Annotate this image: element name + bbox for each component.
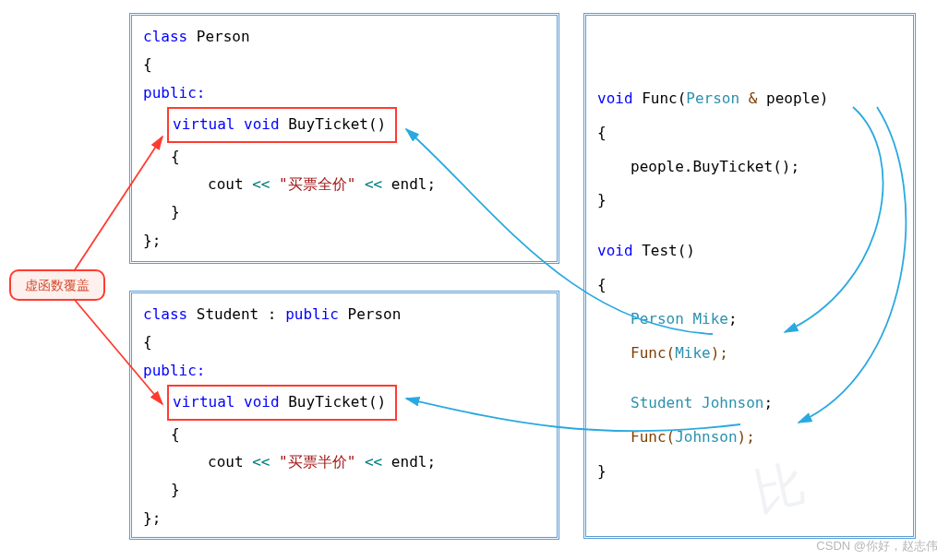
param-name: people) — [757, 89, 828, 107]
keyword-class: class — [143, 305, 187, 323]
code-line: } — [143, 198, 546, 226]
code-box-func-test: void Func(Person & people) { people.BuyT… — [583, 13, 916, 539]
label-virtual-override: 虚函数覆盖 — [9, 269, 105, 301]
cout: cout — [208, 175, 252, 193]
keyword-class: class — [143, 28, 187, 45]
keyword-void: void — [597, 242, 633, 259]
code-line: { — [143, 51, 546, 78]
code-line: void Test() — [597, 234, 902, 268]
call-arg: Mike — [675, 344, 711, 362]
method-name: BuyTicket() — [280, 115, 387, 133]
code-line: } — [143, 476, 546, 504]
semicolon: ; — [728, 310, 738, 328]
string-literal: "买票半价" — [270, 453, 365, 471]
call-object: people. — [631, 158, 692, 175]
param-type: Person — [686, 89, 748, 107]
semicolon: ; — [790, 158, 799, 175]
keyword-public: public: — [143, 362, 205, 379]
code-line: Student Johnson; — [597, 387, 902, 421]
var-name: Mike — [692, 310, 728, 328]
keyword-public: public: — [143, 84, 205, 101]
watermark-text: CSDN @你好，赵志伟 — [816, 538, 938, 554]
cout: cout — [208, 453, 252, 471]
var-name: Johnson — [702, 394, 763, 411]
call-end: ); — [738, 428, 755, 446]
func-name: Func( — [633, 89, 687, 107]
string-literal: "买票全价" — [270, 175, 365, 193]
call-end: ); — [711, 344, 728, 362]
keyword-virtual: virtual void — [173, 115, 280, 133]
endl: endl; — [382, 453, 436, 471]
code-line: class Person — [143, 23, 546, 51]
operator: << — [252, 453, 270, 471]
colon: : — [258, 305, 285, 323]
operator: << — [365, 453, 382, 471]
code-line: virtual void BuyTicket() — [143, 107, 546, 142]
code-line: { — [143, 421, 546, 448]
code-box-student: class Student : public Person { public: … — [129, 291, 559, 540]
operator: << — [365, 175, 382, 193]
code-line: } — [597, 455, 902, 489]
semicolon: ; — [764, 394, 774, 411]
amp: & — [749, 89, 758, 107]
code-line: { — [143, 328, 546, 356]
keyword-public: public — [285, 305, 339, 323]
call-func: Func( — [631, 344, 675, 362]
code-line: void Func(Person & people) — [597, 82, 902, 116]
code-box-person: class Person { public: virtual void BuyT… — [129, 13, 559, 264]
code-line: { — [597, 268, 902, 303]
call-method: BuyTicket() — [692, 158, 790, 175]
code-line: virtual void BuyTicket() — [143, 385, 546, 420]
operator: << — [252, 175, 270, 193]
keyword-virtual: virtual void — [173, 393, 280, 411]
code-line: people.BuyTicket(); — [597, 150, 902, 185]
code-line: { — [143, 143, 546, 171]
code-line: Person Mike; — [597, 303, 902, 337]
call-func: Func( — [631, 428, 675, 446]
virtual-method-highlight: virtual void BuyTicket() — [167, 385, 397, 420]
blank-line — [597, 370, 902, 387]
call-arg: Johnson — [675, 428, 737, 446]
base-class: Person — [339, 305, 401, 323]
code-line: }; — [143, 505, 546, 532]
method-name: BuyTicket() — [280, 393, 387, 411]
code-line: } — [597, 184, 902, 218]
var-type: Person — [631, 310, 692, 328]
code-line: Func(Mike); — [597, 337, 902, 371]
virtual-method-highlight: virtual void BuyTicket() — [167, 107, 397, 142]
code-line: { — [597, 116, 902, 150]
blank-line — [597, 218, 902, 234]
class-name: Student — [187, 305, 258, 323]
func-name: Test() — [633, 242, 695, 259]
keyword-void: void — [597, 89, 633, 107]
code-line: cout << "买票全价" << endl; — [143, 171, 546, 198]
code-line: public: — [143, 79, 546, 107]
var-type: Student — [631, 394, 702, 411]
code-line: }; — [143, 227, 546, 255]
class-name: Person — [187, 28, 249, 45]
code-line: public: — [143, 357, 546, 385]
code-line: Func(Johnson); — [597, 421, 902, 455]
code-line: cout << "买票半价" << endl; — [143, 448, 546, 476]
endl: endl; — [382, 175, 436, 193]
code-line: class Student : public Person — [143, 301, 546, 328]
